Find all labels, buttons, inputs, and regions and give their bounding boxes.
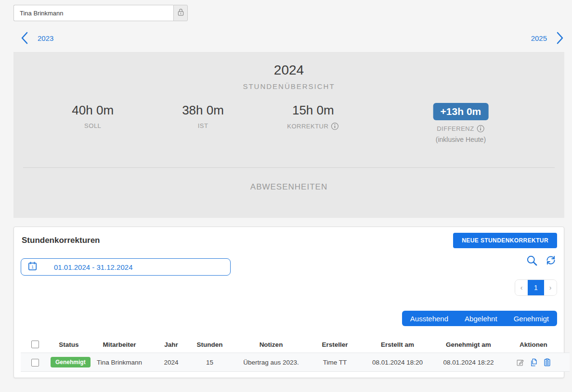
overview-subtitle: STUNDENÜBERSICHT [13, 82, 564, 90]
date-range-picker[interactable]: 1 01.01.2024 - 31.12.2024 [21, 258, 231, 276]
pagination-current-page[interactable]: 1 [528, 280, 544, 295]
cell-ersteller: Time TT [314, 353, 355, 372]
korrektur-label: KORREKTUR [287, 123, 328, 130]
filter-abgelehnt-button[interactable]: Abgelehnt [456, 311, 506, 326]
overview-divider [23, 167, 555, 168]
hours-overview-panel: 2024 STUNDENÜBERSICHT 40h 0m SOLL 38h 0m… [13, 52, 564, 218]
chevron-right-icon [554, 31, 565, 45]
differenz-badge: +13h 0m [433, 103, 489, 120]
employee-filter-input[interactable] [13, 5, 173, 21]
year-nav: 2023 2025 [0, 21, 572, 52]
differenz-note: (inklusive Heute) [433, 136, 489, 143]
search-icon[interactable] [525, 254, 538, 267]
cell-notizen: Übertrag aus 2023. [228, 353, 314, 372]
info-icon[interactable] [477, 125, 485, 133]
new-correction-button[interactable]: NEUE STUNDENKORREKTUR [453, 233, 557, 248]
filter-ausstehend-button[interactable]: Ausstehend [402, 311, 456, 326]
soll-label: SOLL [72, 122, 114, 129]
stat-differenz: +13h 0m DIFFERENZ (inklusive Heute) [433, 103, 489, 143]
cell-genehmigt-am: 08.01.2024 18:22 [440, 353, 497, 372]
row-checkbox[interactable] [31, 359, 39, 367]
pagination: ‹ 1 › [515, 279, 557, 296]
select-all-checkbox[interactable] [31, 341, 39, 348]
filter-genehmigt-button[interactable]: Genehmigt [506, 311, 557, 326]
absences-title: ABWESENHEITEN [13, 182, 564, 192]
stat-ist: 38h 0m IST [182, 103, 224, 129]
soll-value: 40h 0m [72, 103, 114, 118]
calendar-icon: 1 [27, 261, 38, 274]
header-genehmigt-am: Genehmigt am [440, 336, 497, 353]
copy-icon[interactable] [529, 358, 538, 367]
cell-stunden: 15 [192, 353, 228, 372]
ist-value: 38h 0m [182, 103, 224, 118]
header-jahr: Jahr [151, 336, 192, 353]
cell-mitarbeiter: Tina Brinkmann [88, 353, 151, 372]
lock-icon [176, 8, 185, 19]
corrections-card: Stundenkorrekturen 1 01.01.2024 - 31.12.… [13, 227, 564, 378]
header-erstellt-am: Erstellt am [355, 336, 440, 353]
cell-jahr: 2024 [151, 353, 192, 372]
cell-erstellt-am: 08.01.2024 18:20 [355, 353, 440, 372]
top-bar [0, 0, 572, 21]
date-range-text: 01.01.2024 - 31.12.2024 [54, 263, 132, 271]
corrections-table: Status Mitarbeiter Jahr Stunden Notizen … [21, 336, 570, 372]
ist-label: IST [182, 122, 224, 129]
clipboard-icon[interactable] [543, 358, 552, 367]
lock-button[interactable] [173, 5, 188, 21]
overview-year: 2024 [13, 63, 564, 78]
table-header-row: Status Mitarbeiter Jahr Stunden Notizen … [21, 336, 570, 353]
header-ersteller: Ersteller [314, 336, 355, 353]
status-filter-bar: Ausstehend Abgelehnt Genehmigt [402, 311, 557, 326]
pagination-prev-button[interactable]: ‹ [515, 280, 528, 295]
next-year-link[interactable]: 2025 [531, 31, 565, 45]
header-status: Status [50, 336, 88, 353]
card-title: Stundenkorrekturen [21, 236, 231, 245]
pagination-next-button[interactable]: › [544, 280, 557, 295]
edit-icon[interactable] [516, 358, 525, 367]
header-stunden: Stunden [192, 336, 228, 353]
svg-text:1: 1 [31, 265, 34, 269]
stats-row: 40h 0m SOLL 38h 0m IST 15h 0m KORREKTUR [13, 103, 564, 161]
status-badge: Genehmigt [51, 357, 91, 367]
header-mitarbeiter: Mitarbeiter [88, 336, 151, 353]
info-icon[interactable] [331, 122, 339, 130]
row-actions [498, 358, 569, 367]
korrektur-value: 15h 0m [287, 103, 339, 118]
stat-soll: 40h 0m SOLL [72, 103, 114, 129]
prev-year-link[interactable]: 2023 [19, 31, 53, 45]
header-notizen: Notizen [228, 336, 314, 353]
employee-filter-group [13, 5, 188, 21]
next-year-label: 2025 [531, 34, 547, 42]
chevron-left-icon [19, 31, 31, 45]
header-aktionen: Aktionen [497, 336, 570, 353]
table-row: Genehmigt Tina Brinkmann 2024 15 Übertra… [21, 353, 570, 372]
differenz-label: DIFFERENZ [437, 125, 474, 132]
prev-year-label: 2023 [38, 34, 53, 42]
stat-korrektur: 15h 0m KORREKTUR [287, 103, 339, 130]
refresh-icon[interactable] [545, 254, 557, 266]
